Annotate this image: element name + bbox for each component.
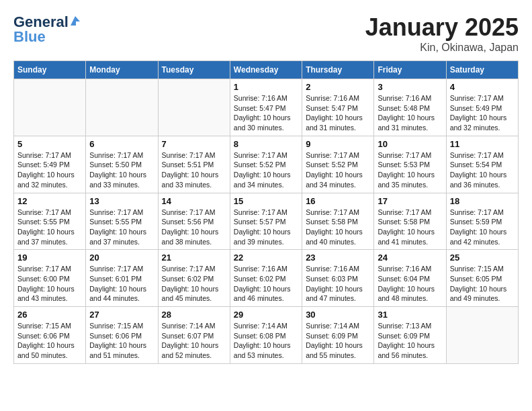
day-number: 24 <box>378 253 442 263</box>
calendar-location: Kin, Okinawa, Japan <box>365 42 519 54</box>
calendar-month-year: January 2025 <box>365 13 519 42</box>
calendar-cell: 26Sunrise: 7:15 AM Sunset: 6:06 PM Dayli… <box>14 307 86 364</box>
day-info: Sunrise: 7:17 AM Sunset: 6:00 PM Dayligh… <box>17 264 82 304</box>
day-number: 14 <box>162 196 226 206</box>
calendar-cell: 27Sunrise: 7:15 AM Sunset: 6:06 PM Dayli… <box>86 307 158 364</box>
day-number: 8 <box>234 139 298 149</box>
day-number: 27 <box>89 310 154 320</box>
day-number: 22 <box>234 253 298 263</box>
weekday-wednesday: Wednesday <box>230 61 302 79</box>
weekday-header-row: SundayMondayTuesdayWednesdayThursdayFrid… <box>14 61 519 79</box>
day-number: 7 <box>162 139 226 149</box>
day-info: Sunrise: 7:16 AM Sunset: 6:02 PM Dayligh… <box>234 264 298 304</box>
day-number: 10 <box>378 139 442 149</box>
logo: General Blue <box>13 13 81 46</box>
page-header: General Blue January 2025 Kin, Okinawa, … <box>13 13 519 54</box>
day-number: 2 <box>306 82 370 92</box>
day-info: Sunrise: 7:16 AM Sunset: 5:47 PM Dayligh… <box>234 93 298 133</box>
day-number: 9 <box>306 139 370 149</box>
calendar-cell: 17Sunrise: 7:17 AM Sunset: 5:58 PM Dayli… <box>374 193 446 250</box>
logo-bird-icon <box>69 15 81 27</box>
weekday-thursday: Thursday <box>302 61 374 79</box>
weekday-tuesday: Tuesday <box>158 61 230 79</box>
calendar-cell: 9Sunrise: 7:17 AM Sunset: 5:52 PM Daylig… <box>302 136 374 193</box>
day-info: Sunrise: 7:17 AM Sunset: 5:50 PM Dayligh… <box>89 150 154 190</box>
day-number: 23 <box>306 253 370 263</box>
calendar-cell: 22Sunrise: 7:16 AM Sunset: 6:02 PM Dayli… <box>230 250 302 307</box>
day-info: Sunrise: 7:17 AM Sunset: 5:58 PM Dayligh… <box>306 208 370 247</box>
day-info: Sunrise: 7:15 AM Sunset: 6:06 PM Dayligh… <box>17 321 82 361</box>
week-row-3: 12Sunrise: 7:17 AM Sunset: 5:55 PM Dayli… <box>14 193 519 250</box>
calendar-cell: 31Sunrise: 7:13 AM Sunset: 6:09 PM Dayli… <box>374 307 446 364</box>
calendar-cell <box>446 307 518 364</box>
day-number: 20 <box>89 253 154 263</box>
calendar-cell: 8Sunrise: 7:17 AM Sunset: 5:52 PM Daylig… <box>230 136 302 193</box>
day-info: Sunrise: 7:14 AM Sunset: 6:09 PM Dayligh… <box>306 321 370 361</box>
calendar-cell: 24Sunrise: 7:16 AM Sunset: 6:04 PM Dayli… <box>374 250 446 307</box>
day-info: Sunrise: 7:16 AM Sunset: 6:04 PM Dayligh… <box>378 264 442 304</box>
weekday-saturday: Saturday <box>446 61 518 79</box>
day-number: 29 <box>234 310 298 320</box>
day-info: Sunrise: 7:17 AM Sunset: 5:58 PM Dayligh… <box>378 208 442 247</box>
day-info: Sunrise: 7:17 AM Sunset: 5:56 PM Dayligh… <box>162 208 226 247</box>
calendar-cell: 4Sunrise: 7:17 AM Sunset: 5:49 PM Daylig… <box>446 79 518 136</box>
day-info: Sunrise: 7:14 AM Sunset: 6:08 PM Dayligh… <box>234 321 298 361</box>
weekday-monday: Monday <box>86 61 158 79</box>
day-number: 17 <box>378 196 442 206</box>
svg-marker-0 <box>71 16 80 26</box>
calendar-cell: 29Sunrise: 7:14 AM Sunset: 6:08 PM Dayli… <box>230 307 302 364</box>
calendar-cell: 3Sunrise: 7:16 AM Sunset: 5:48 PM Daylig… <box>374 79 446 136</box>
calendar-cell: 5Sunrise: 7:17 AM Sunset: 5:49 PM Daylig… <box>14 136 86 193</box>
calendar-cell: 10Sunrise: 7:17 AM Sunset: 5:53 PM Dayli… <box>374 136 446 193</box>
day-number: 11 <box>450 139 515 149</box>
day-info: Sunrise: 7:16 AM Sunset: 6:03 PM Dayligh… <box>306 264 370 304</box>
day-info: Sunrise: 7:17 AM Sunset: 5:49 PM Dayligh… <box>17 150 82 190</box>
calendar-cell: 23Sunrise: 7:16 AM Sunset: 6:03 PM Dayli… <box>302 250 374 307</box>
day-info: Sunrise: 7:16 AM Sunset: 5:47 PM Dayligh… <box>306 93 370 133</box>
week-row-1: 1Sunrise: 7:16 AM Sunset: 5:47 PM Daylig… <box>14 79 519 136</box>
calendar-cell: 12Sunrise: 7:17 AM Sunset: 5:55 PM Dayli… <box>14 193 86 250</box>
day-number: 5 <box>17 139 82 149</box>
calendar-cell: 6Sunrise: 7:17 AM Sunset: 5:50 PM Daylig… <box>86 136 158 193</box>
day-number: 25 <box>450 253 515 263</box>
calendar-cell: 21Sunrise: 7:17 AM Sunset: 6:02 PM Dayli… <box>158 250 230 307</box>
day-info: Sunrise: 7:17 AM Sunset: 5:53 PM Dayligh… <box>378 150 442 190</box>
calendar-cell <box>86 79 158 136</box>
day-number: 13 <box>89 196 154 206</box>
day-info: Sunrise: 7:17 AM Sunset: 6:01 PM Dayligh… <box>89 264 154 304</box>
day-info: Sunrise: 7:15 AM Sunset: 6:05 PM Dayligh… <box>450 264 515 304</box>
calendar-cell: 2Sunrise: 7:16 AM Sunset: 5:47 PM Daylig… <box>302 79 374 136</box>
day-info: Sunrise: 7:17 AM Sunset: 5:51 PM Dayligh… <box>162 150 226 190</box>
week-row-2: 5Sunrise: 7:17 AM Sunset: 5:49 PM Daylig… <box>14 136 519 193</box>
day-info: Sunrise: 7:17 AM Sunset: 5:57 PM Dayligh… <box>234 208 298 247</box>
calendar-cell <box>158 79 230 136</box>
day-number: 1 <box>234 82 298 92</box>
day-info: Sunrise: 7:17 AM Sunset: 5:54 PM Dayligh… <box>450 150 515 190</box>
calendar-cell: 11Sunrise: 7:17 AM Sunset: 5:54 PM Dayli… <box>446 136 518 193</box>
weekday-sunday: Sunday <box>14 61 86 79</box>
calendar-cell: 14Sunrise: 7:17 AM Sunset: 5:56 PM Dayli… <box>158 193 230 250</box>
calendar-cell: 16Sunrise: 7:17 AM Sunset: 5:58 PM Dayli… <box>302 193 374 250</box>
day-number: 15 <box>234 196 298 206</box>
day-info: Sunrise: 7:17 AM Sunset: 5:55 PM Dayligh… <box>17 208 82 247</box>
calendar-cell: 28Sunrise: 7:14 AM Sunset: 6:07 PM Dayli… <box>158 307 230 364</box>
week-row-5: 26Sunrise: 7:15 AM Sunset: 6:06 PM Dayli… <box>14 307 519 364</box>
day-number: 12 <box>17 196 82 206</box>
day-number: 30 <box>306 310 370 320</box>
day-number: 28 <box>162 310 226 320</box>
calendar-cell: 30Sunrise: 7:14 AM Sunset: 6:09 PM Dayli… <box>302 307 374 364</box>
week-row-4: 19Sunrise: 7:17 AM Sunset: 6:00 PM Dayli… <box>14 250 519 307</box>
day-number: 31 <box>378 310 442 320</box>
calendar-cell: 1Sunrise: 7:16 AM Sunset: 5:47 PM Daylig… <box>230 79 302 136</box>
day-number: 4 <box>450 82 515 92</box>
calendar-cell: 15Sunrise: 7:17 AM Sunset: 5:57 PM Dayli… <box>230 193 302 250</box>
day-info: Sunrise: 7:17 AM Sunset: 5:52 PM Dayligh… <box>306 150 370 190</box>
calendar-cell: 19Sunrise: 7:17 AM Sunset: 6:00 PM Dayli… <box>14 250 86 307</box>
day-number: 18 <box>450 196 515 206</box>
day-info: Sunrise: 7:17 AM Sunset: 5:52 PM Dayligh… <box>234 150 298 190</box>
logo-blue: Blue <box>13 28 46 46</box>
day-number: 21 <box>162 253 226 263</box>
calendar-title-block: January 2025 Kin, Okinawa, Japan <box>365 13 519 54</box>
day-number: 26 <box>17 310 82 320</box>
day-info: Sunrise: 7:17 AM Sunset: 6:02 PM Dayligh… <box>162 264 226 304</box>
